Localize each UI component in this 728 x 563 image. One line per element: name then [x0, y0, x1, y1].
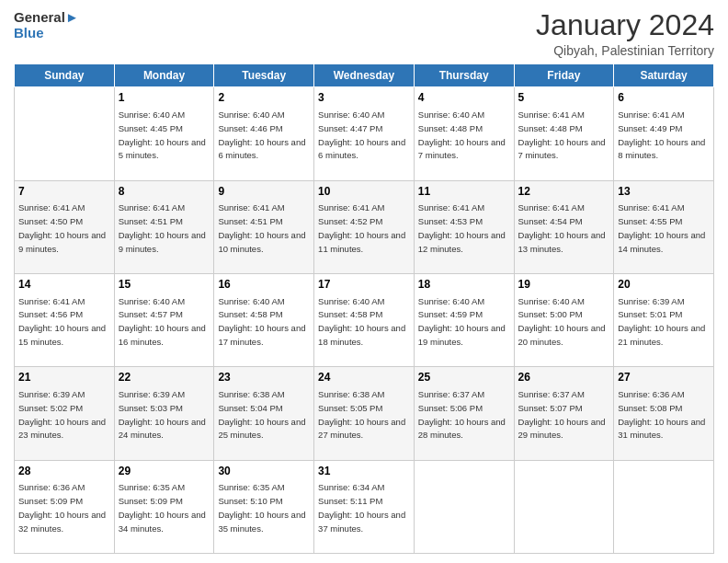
- cell-sunrise: Sunrise: 6:36 AMSunset: 5:08 PMDaylight:…: [618, 389, 705, 440]
- cell-day-number: 6: [618, 90, 710, 106]
- cell-day-number: 14: [18, 277, 110, 293]
- cell-sunrise: Sunrise: 6:35 AMSunset: 5:09 PMDaylight:…: [119, 482, 206, 533]
- cell-day-number: 31: [318, 464, 410, 479]
- calendar-week-row: 28 Sunrise: 6:36 AMSunset: 5:09 PMDaylig…: [15, 460, 714, 553]
- cell-sunrise: Sunrise: 6:37 AMSunset: 5:07 PMDaylight:…: [518, 389, 606, 440]
- table-row: 28 Sunrise: 6:36 AMSunset: 5:09 PMDaylig…: [15, 460, 115, 553]
- calendar-week-row: 21 Sunrise: 6:39 AMSunset: 5:02 PMDaylig…: [15, 367, 714, 460]
- cell-day-number: 20: [618, 277, 710, 293]
- table-row: 16 Sunrise: 6:40 AMSunset: 4:58 PMDaylig…: [214, 273, 314, 366]
- table-row: 8 Sunrise: 6:41 AMSunset: 4:51 PMDayligh…: [114, 180, 214, 273]
- cell-sunrise: Sunrise: 6:35 AMSunset: 5:10 PMDaylight:…: [218, 482, 305, 533]
- cell-sunrise: Sunrise: 6:41 AMSunset: 4:52 PMDaylight:…: [318, 202, 405, 253]
- cell-day-number: 16: [218, 277, 310, 293]
- cell-sunrise: Sunrise: 6:39 AMSunset: 5:01 PMDaylight:…: [618, 296, 705, 347]
- cell-day-number: 17: [318, 277, 410, 293]
- table-row: [614, 460, 714, 553]
- calendar-week-row: 7 Sunrise: 6:41 AMSunset: 4:50 PMDayligh…: [15, 180, 714, 273]
- table-row: 3 Sunrise: 6:40 AMSunset: 4:47 PMDayligh…: [314, 87, 415, 180]
- cell-sunrise: Sunrise: 6:40 AMSunset: 4:45 PMDaylight:…: [119, 109, 206, 160]
- table-row: 23 Sunrise: 6:38 AMSunset: 5:04 PMDaylig…: [214, 367, 314, 460]
- cell-day-number: 21: [18, 370, 110, 385]
- cell-sunrise: Sunrise: 6:40 AMSunset: 4:57 PMDaylight:…: [119, 296, 206, 347]
- table-row: 31 Sunrise: 6:34 AMSunset: 5:11 PMDaylig…: [314, 460, 415, 553]
- table-row: 19 Sunrise: 6:40 AMSunset: 5:00 PMDaylig…: [514, 273, 614, 366]
- cell-day-number: 27: [618, 370, 710, 385]
- cell-sunrise: Sunrise: 6:40 AMSunset: 4:58 PMDaylight:…: [318, 296, 405, 347]
- cell-day-number: 2: [218, 90, 310, 106]
- cell-sunrise: Sunrise: 6:40 AMSunset: 5:00 PMDaylight:…: [518, 296, 606, 347]
- cell-day-number: 29: [119, 464, 210, 479]
- cell-day-number: 18: [418, 277, 510, 293]
- cell-sunrise: Sunrise: 6:41 AMSunset: 4:51 PMDaylight:…: [119, 202, 206, 253]
- cell-day-number: 30: [218, 464, 310, 479]
- table-row: 7 Sunrise: 6:41 AMSunset: 4:50 PMDayligh…: [15, 180, 115, 273]
- calendar-table: Sunday Monday Tuesday Wednesday Thursday…: [14, 63, 714, 554]
- cell-day-number: 22: [119, 370, 210, 385]
- cell-sunrise: Sunrise: 6:34 AMSunset: 5:11 PMDaylight:…: [318, 482, 405, 533]
- col-wednesday: Wednesday: [314, 64, 415, 87]
- cell-day-number: 1: [119, 90, 210, 106]
- col-saturday: Saturday: [614, 64, 714, 87]
- cell-day-number: 26: [518, 370, 610, 385]
- cell-sunrise: Sunrise: 6:40 AMSunset: 4:47 PMDaylight:…: [318, 109, 405, 160]
- table-row: 18 Sunrise: 6:40 AMSunset: 4:59 PMDaylig…: [414, 273, 514, 366]
- cell-day-number: 24: [318, 370, 410, 385]
- table-row: 2 Sunrise: 6:40 AMSunset: 4:46 PMDayligh…: [214, 87, 314, 180]
- cell-day-number: 3: [318, 90, 410, 106]
- cell-sunrise: Sunrise: 6:38 AMSunset: 5:05 PMDaylight:…: [318, 389, 405, 440]
- table-row: 20 Sunrise: 6:39 AMSunset: 5:01 PMDaylig…: [614, 273, 714, 366]
- cell-day-number: 25: [418, 370, 510, 385]
- cell-day-number: 5: [518, 90, 610, 106]
- table-row: 21 Sunrise: 6:39 AMSunset: 5:02 PMDaylig…: [15, 367, 115, 460]
- table-row: 22 Sunrise: 6:39 AMSunset: 5:03 PMDaylig…: [114, 367, 214, 460]
- table-row: 29 Sunrise: 6:35 AMSunset: 5:09 PMDaylig…: [114, 460, 214, 553]
- table-row: 1 Sunrise: 6:40 AMSunset: 4:45 PMDayligh…: [114, 87, 214, 180]
- table-row: [414, 460, 514, 553]
- cell-sunrise: Sunrise: 6:41 AMSunset: 4:56 PMDaylight:…: [18, 296, 106, 347]
- cell-day-number: 15: [119, 277, 210, 293]
- col-monday: Monday: [114, 64, 214, 87]
- month-year: January 2024: [536, 9, 714, 41]
- table-row: 12 Sunrise: 6:41 AMSunset: 4:54 PMDaylig…: [514, 180, 614, 273]
- cell-day-number: 10: [318, 184, 410, 200]
- cell-day-number: 7: [18, 184, 110, 200]
- calendar-week-row: 1 Sunrise: 6:40 AMSunset: 4:45 PMDayligh…: [15, 87, 714, 180]
- col-friday: Friday: [514, 64, 614, 87]
- cell-day-number: 12: [518, 184, 610, 200]
- calendar-header-row: Sunday Monday Tuesday Wednesday Thursday…: [15, 64, 714, 87]
- cell-sunrise: Sunrise: 6:41 AMSunset: 4:51 PMDaylight:…: [218, 202, 305, 253]
- cell-day-number: 8: [119, 184, 210, 200]
- table-row: 5 Sunrise: 6:41 AMSunset: 4:48 PMDayligh…: [514, 87, 614, 180]
- cell-sunrise: Sunrise: 6:37 AMSunset: 5:06 PMDaylight:…: [418, 389, 506, 440]
- cell-sunrise: Sunrise: 6:39 AMSunset: 5:02 PMDaylight:…: [18, 389, 106, 440]
- col-tuesday: Tuesday: [214, 64, 314, 87]
- cell-sunrise: Sunrise: 6:36 AMSunset: 5:09 PMDaylight:…: [18, 482, 106, 533]
- header: General► Blue January 2024 Qibyah, Pales…: [14, 9, 714, 58]
- cell-sunrise: Sunrise: 6:41 AMSunset: 4:48 PMDaylight:…: [518, 109, 606, 160]
- cell-sunrise: Sunrise: 6:41 AMSunset: 4:54 PMDaylight:…: [518, 202, 606, 253]
- table-row: 17 Sunrise: 6:40 AMSunset: 4:58 PMDaylig…: [314, 273, 415, 366]
- cell-sunrise: Sunrise: 6:38 AMSunset: 5:04 PMDaylight:…: [218, 389, 305, 440]
- cell-sunrise: Sunrise: 6:40 AMSunset: 4:58 PMDaylight:…: [218, 296, 305, 347]
- cell-day-number: 13: [618, 184, 710, 200]
- cell-day-number: 19: [518, 277, 610, 293]
- table-row: 6 Sunrise: 6:41 AMSunset: 4:49 PMDayligh…: [614, 87, 714, 180]
- table-row: [15, 87, 115, 180]
- table-row: 10 Sunrise: 6:41 AMSunset: 4:52 PMDaylig…: [314, 180, 415, 273]
- cell-sunrise: Sunrise: 6:40 AMSunset: 4:48 PMDaylight:…: [418, 109, 506, 160]
- cell-sunrise: Sunrise: 6:39 AMSunset: 5:03 PMDaylight:…: [119, 389, 206, 440]
- table-row: 9 Sunrise: 6:41 AMSunset: 4:51 PMDayligh…: [214, 180, 314, 273]
- col-thursday: Thursday: [414, 64, 514, 87]
- calendar-week-row: 14 Sunrise: 6:41 AMSunset: 4:56 PMDaylig…: [15, 273, 714, 366]
- table-row: 11 Sunrise: 6:41 AMSunset: 4:53 PMDaylig…: [414, 180, 514, 273]
- logo: General► Blue: [14, 9, 79, 41]
- cell-day-number: 9: [218, 184, 310, 200]
- table-row: 15 Sunrise: 6:40 AMSunset: 4:57 PMDaylig…: [114, 273, 214, 366]
- table-row: [514, 460, 614, 553]
- table-row: 24 Sunrise: 6:38 AMSunset: 5:05 PMDaylig…: [314, 367, 415, 460]
- location: Qibyah, Palestinian Territory: [536, 43, 714, 58]
- cell-day-number: 23: [218, 370, 310, 385]
- title-block: January 2024 Qibyah, Palestinian Territo…: [536, 9, 714, 58]
- table-row: 4 Sunrise: 6:40 AMSunset: 4:48 PMDayligh…: [414, 87, 514, 180]
